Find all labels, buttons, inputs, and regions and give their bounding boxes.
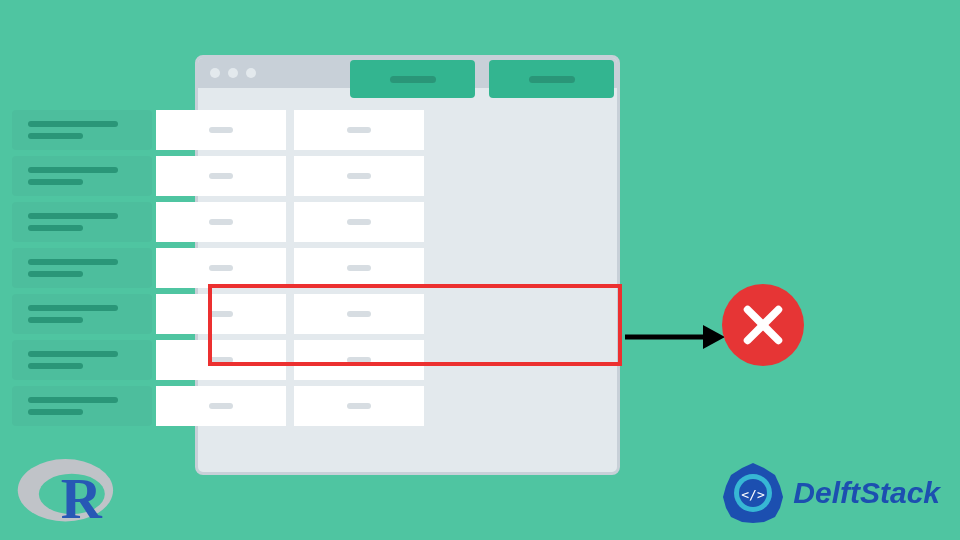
traffic-light-dot: [228, 68, 238, 78]
data-cell: [294, 248, 424, 288]
r-letter: R: [61, 467, 103, 530]
data-cell: [156, 202, 286, 242]
table-row-highlighted: [12, 294, 472, 334]
delftstack-badge-icon: </>: [721, 461, 785, 525]
row-header: [12, 202, 152, 242]
data-table: [12, 110, 472, 432]
data-cell: [294, 202, 424, 242]
row-header: [12, 156, 152, 196]
data-cell: [156, 294, 286, 334]
table-row: [12, 202, 472, 242]
table-row: [12, 386, 472, 426]
traffic-light-dot: [246, 68, 256, 78]
data-cell: [294, 386, 424, 426]
data-cell: [156, 248, 286, 288]
data-cell: [294, 340, 424, 380]
table-row-highlighted: [12, 340, 472, 380]
data-cell: [294, 156, 424, 196]
svg-text:</>: </>: [742, 487, 766, 502]
delete-icon: [722, 284, 804, 366]
row-header: [12, 340, 152, 380]
data-cell: [156, 340, 286, 380]
delftstack-logo: </> DelftStack: [721, 461, 940, 525]
data-cell: [156, 110, 286, 150]
column-headers: [350, 60, 614, 98]
row-header: [12, 294, 152, 334]
column-header: [350, 60, 475, 98]
table-row: [12, 110, 472, 150]
data-cell: [294, 110, 424, 150]
row-header: [12, 110, 152, 150]
row-header: [12, 386, 152, 426]
delftstack-wordmark: DelftStack: [793, 476, 940, 510]
table-row: [12, 248, 472, 288]
data-cell: [294, 294, 424, 334]
data-cell: [156, 156, 286, 196]
row-header: [12, 248, 152, 288]
column-header: [489, 60, 614, 98]
data-cell: [156, 386, 286, 426]
arrow-right-icon: [625, 322, 725, 352]
traffic-light-dot: [210, 68, 220, 78]
table-row: [12, 156, 472, 196]
r-language-logo: R: [15, 445, 125, 530]
